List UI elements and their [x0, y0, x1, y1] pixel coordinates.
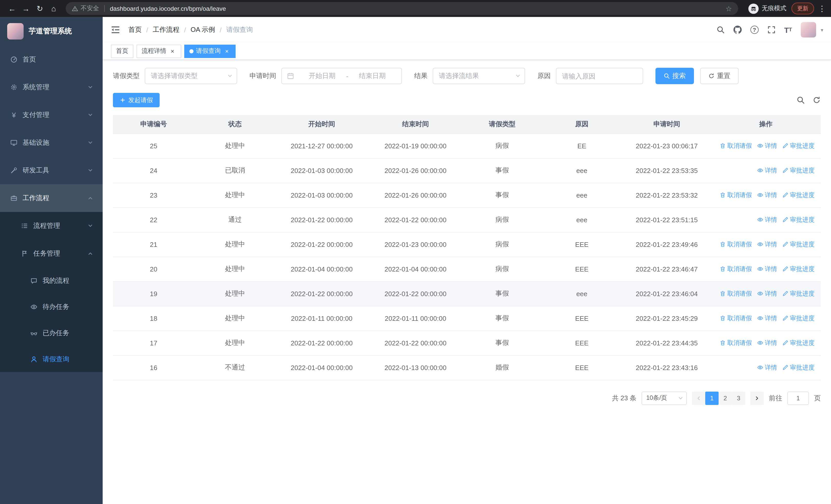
monitor-icon: [10, 139, 18, 146]
cell-end_time: 2022-01-22 00:00:00: [368, 207, 463, 232]
cell-id: 20: [113, 257, 194, 281]
sidebar-item-workflow[interactable]: 工作流程: [0, 184, 103, 212]
sidebar-toggle-icon[interactable]: [110, 25, 121, 35]
cell-id: 25: [113, 134, 194, 158]
apply-time-range-picker[interactable]: 开始日期 - 结束日期: [281, 68, 402, 84]
sidebar-item-devtools[interactable]: 研发工具: [0, 156, 103, 184]
approval-progress-link[interactable]: 审批进度: [782, 265, 814, 273]
fullscreen-icon-button[interactable]: [767, 26, 775, 34]
filter-apply-time: 申请时间 开始日期 - 结束日期: [250, 68, 402, 84]
breadcrumb-item[interactable]: 工作流程: [153, 25, 179, 34]
detail-link[interactable]: 详情: [757, 265, 777, 273]
page-size-select[interactable]: 10条/页: [641, 391, 687, 405]
cancel-leave-link[interactable]: 取消请假: [720, 289, 752, 298]
sidebar-item-my-process[interactable]: 我的流程: [0, 267, 103, 294]
sidebar-item-infra[interactable]: 基础设施: [0, 129, 103, 156]
sidebar-item-payment[interactable]: ¥ 支付管理: [0, 101, 103, 129]
sidebar-item-home[interactable]: 首页: [0, 46, 103, 73]
prev-page-button[interactable]: [692, 391, 705, 405]
sidebar-item-system[interactable]: 系统管理: [0, 73, 103, 101]
detail-link[interactable]: 详情: [757, 314, 777, 323]
sidebar-item-task-mgmt[interactable]: 任务管理: [0, 240, 103, 267]
sidebar-item-leave-query[interactable]: 请假查询: [0, 346, 103, 372]
security-label: 不安全: [81, 4, 99, 13]
table-row: 23处理中2022-01-03 00:00:002022-01-26 00:00…: [113, 183, 821, 207]
leave-type-select[interactable]: 请选择请假类型: [145, 68, 237, 84]
close-icon[interactable]: ×: [169, 48, 176, 55]
create-leave-button[interactable]: 发起请假: [113, 93, 160, 107]
sidebar-item-todo-tasks[interactable]: 待办任务: [0, 294, 103, 320]
site-url: dashboard.yudao.iocoder.cn/bpm/oa/leave: [110, 5, 722, 12]
search-toggle-icon-button[interactable]: [797, 96, 805, 104]
url-bar[interactable]: 不安全 dashboard.yudao.iocoder.cn/bpm/oa/le…: [66, 2, 738, 15]
approval-progress-link[interactable]: 审批进度: [782, 215, 814, 224]
approval-progress-link[interactable]: 审批进度: [782, 191, 814, 199]
search-icon-button[interactable]: [716, 26, 724, 34]
github-icon-button[interactable]: [733, 26, 741, 34]
cell-end_time: 2022-01-22 00:00:00: [368, 281, 463, 306]
tab-home[interactable]: 首页: [111, 45, 134, 58]
cancel-leave-link[interactable]: 取消请假: [720, 191, 752, 199]
help-icon-button[interactable]: ?: [750, 26, 758, 34]
breadcrumb-item[interactable]: 首页: [128, 25, 142, 34]
approval-progress-link[interactable]: 审批进度: [782, 314, 814, 323]
cancel-leave-link[interactable]: 取消请假: [720, 314, 752, 323]
page-button-3[interactable]: 3: [732, 391, 745, 405]
tab-process-detail[interactable]: 流程详情 ×: [137, 45, 181, 58]
detail-link[interactable]: 详情: [757, 141, 777, 150]
font-size-icon-button[interactable]: TT: [784, 26, 792, 34]
page-button-1[interactable]: 1: [705, 391, 719, 405]
approval-progress-link[interactable]: 审批进度: [782, 240, 814, 249]
flag-icon: [21, 250, 29, 257]
close-icon[interactable]: ×: [223, 48, 230, 55]
detail-link[interactable]: 详情: [757, 166, 777, 175]
goto-page-input[interactable]: [787, 391, 809, 405]
cell-start_time: 2022-01-03 00:00:00: [276, 158, 368, 183]
cancel-leave-link[interactable]: 取消请假: [720, 240, 752, 249]
detail-link[interactable]: 详情: [757, 338, 777, 347]
refresh-icon-button[interactable]: [812, 96, 821, 104]
search-button[interactable]: 搜索: [656, 68, 694, 84]
cancel-leave-link[interactable]: 取消请假: [720, 141, 752, 150]
cancel-leave-link[interactable]: 取消请假: [720, 265, 752, 273]
detail-link[interactable]: 详情: [757, 191, 777, 199]
forward-button[interactable]: →: [19, 2, 33, 16]
next-page-button[interactable]: [750, 391, 764, 405]
incognito-label: 无痕模式: [762, 4, 786, 13]
refresh-icon: [708, 73, 715, 79]
update-button[interactable]: 更新: [792, 3, 814, 14]
user-avatar[interactable]: [801, 22, 816, 37]
filter-label: 结果: [414, 71, 428, 81]
cancel-leave-link[interactable]: 取消请假: [720, 338, 752, 347]
home-button[interactable]: ⌂: [47, 2, 61, 16]
approval-progress-link[interactable]: 审批进度: [782, 338, 814, 347]
tab-leave-query[interactable]: 请假查询 ×: [184, 45, 236, 58]
filter-leave-type: 请假类型 请选择请假类型: [113, 68, 237, 84]
approval-progress-link[interactable]: 审批进度: [782, 363, 814, 372]
breadcrumb-item[interactable]: OA 示例: [191, 25, 215, 34]
sidebar-item-done-tasks[interactable]: 已办任务: [0, 320, 103, 346]
cell-reason: EEE: [541, 232, 623, 257]
browser-menu-icon[interactable]: ⋮: [818, 4, 826, 13]
detail-link[interactable]: 详情: [757, 363, 777, 372]
result-select[interactable]: 请选择流结果: [433, 68, 525, 84]
reload-button[interactable]: ↻: [33, 2, 47, 16]
detail-link[interactable]: 详情: [757, 240, 777, 249]
cell-actions: 取消请假详情审批进度: [711, 281, 821, 306]
bookmark-star-icon[interactable]: ☆: [725, 4, 732, 12]
logo[interactable]: 芋道管理系统: [0, 17, 103, 46]
detail-link[interactable]: 详情: [757, 289, 777, 298]
sidebar-item-process-mgmt[interactable]: 流程管理: [0, 212, 103, 240]
approval-progress-link[interactable]: 审批进度: [782, 289, 814, 298]
reset-button[interactable]: 重置: [700, 68, 739, 84]
security-indicator[interactable]: 不安全: [72, 4, 99, 13]
page-button-2[interactable]: 2: [719, 391, 732, 405]
reason-input[interactable]: [556, 68, 643, 84]
approval-progress-link[interactable]: 审批进度: [782, 166, 814, 175]
approval-progress-link[interactable]: 审批进度: [782, 141, 814, 150]
avatar-caret-icon[interactable]: ▾: [821, 27, 823, 33]
detail-icon: [757, 167, 763, 174]
detail-link[interactable]: 详情: [757, 215, 777, 224]
cell-start_time: 2022-01-04 00:00:00: [276, 355, 368, 380]
back-button[interactable]: ←: [5, 2, 19, 16]
